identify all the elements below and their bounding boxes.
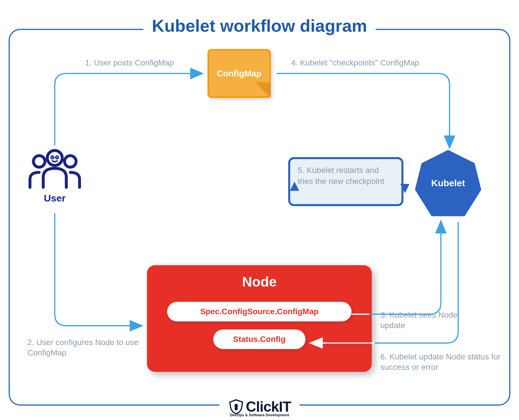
configmap-node: ConfigMap <box>207 49 271 98</box>
heptagon-icon: Kubelet <box>415 150 481 216</box>
logo-subtitle: DevOps & Software Development <box>228 413 291 417</box>
step6-label: 6. Kubelet update Node status for succes… <box>380 352 501 373</box>
diagram-title: Kubelet workflow diagram <box>143 16 376 36</box>
svg-point-3 <box>33 156 45 167</box>
kubelet-label: Kubelet <box>431 178 465 189</box>
svg-point-1 <box>52 157 53 158</box>
logo-shield-icon <box>228 399 244 415</box>
user-label: User <box>26 193 84 204</box>
svg-point-2 <box>56 157 58 158</box>
user-node: User <box>26 147 84 204</box>
node-box: Node Spec.ConfigSource.ConfigMap Status.… <box>147 265 372 372</box>
restart-arrow-down-icon <box>396 179 414 196</box>
restart-text: 5. Kubelet restarts and tries the new ch… <box>298 166 384 186</box>
restart-arrow-up-icon <box>286 179 303 196</box>
restart-box: 5. Kubelet restarts and tries the new ch… <box>288 157 403 206</box>
step1-label: 1. User posts ConfigMap <box>85 58 174 68</box>
kubelet-node: Kubelet <box>415 150 481 216</box>
configmap-label: ConfigMap <box>217 69 262 78</box>
svg-point-4 <box>65 156 76 167</box>
step4-label: 4. Kubelet "checkpoints" ConfigMap <box>291 58 419 68</box>
step3-label: 3. Kubelet sees Node update <box>380 310 467 331</box>
logo-block: ClickIT DevOps & Software Development <box>219 398 300 417</box>
status-config-pill: Status.Config <box>213 329 305 349</box>
svg-marker-6 <box>290 182 299 191</box>
node-title: Node <box>156 274 363 290</box>
spec-config-pill: Spec.ConfigSource.ConfigMap <box>167 302 352 321</box>
step2-label: 2. User configures Node to use ConfigMap <box>27 337 143 358</box>
svg-marker-5 <box>400 184 409 193</box>
user-icon <box>26 147 84 190</box>
diagram-container: Kubelet workflow diagram User ConfigMap <box>0 0 519 420</box>
svg-rect-8 <box>235 407 237 410</box>
svg-point-0 <box>47 150 62 165</box>
